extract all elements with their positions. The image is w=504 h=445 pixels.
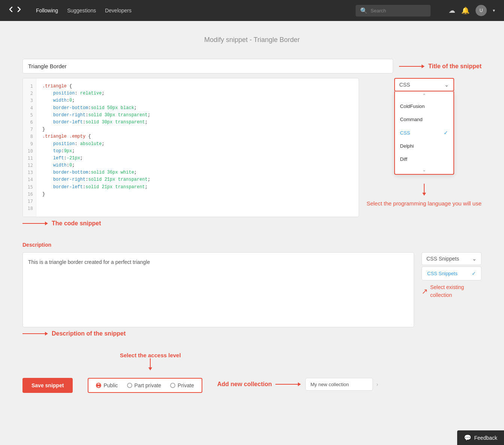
desc-right: CSS Snippets ⌄ CSS Snippets ✓ ↗ Select e… — [422, 252, 482, 299]
scroll-down-hint[interactable]: ⌄ — [395, 166, 453, 174]
code-annotation: The code snippet — [22, 220, 101, 227]
lang-down-arrow — [366, 184, 482, 196]
access-options-box: Public Part private Private — [88, 378, 202, 393]
radio-public-dot — [96, 383, 101, 388]
description-label: Description — [22, 242, 482, 248]
new-collection-section: Add new collection › — [217, 378, 373, 391]
access-down-arrow — [120, 358, 181, 370]
search-bar[interactable]: 🔍 — [356, 5, 431, 16]
desc-row: This is a triangle border created for a … — [22, 252, 482, 337]
collection-dropdown-list: CSS Snippets ✓ — [422, 267, 482, 280]
nav-following[interactable]: Following — [36, 7, 58, 13]
code-annotation-row: The code snippet — [22, 220, 359, 227]
lang-dropdown-list: ⌃ ColdFusion Command CSS ✓ Delphi — [394, 91, 454, 175]
lang-item-diff[interactable]: Diff — [395, 153, 453, 166]
search-icon: 🔍 — [360, 7, 368, 14]
search-input[interactable] — [371, 8, 426, 13]
nav-suggestions[interactable]: Suggestions — [67, 7, 96, 13]
save-button[interactable]: Save snippet — [22, 378, 73, 393]
access-annotation-container: Select the access level — [120, 352, 181, 370]
navbar: Following Suggestions Developers 🔍 ☁ 🔔 U… — [0, 0, 504, 21]
lang-item-css[interactable]: CSS ✓ — [395, 126, 453, 139]
desc-annotation: Description of the snippet — [22, 330, 414, 337]
code-lang-row: 1 2 3 4 5 6 7 8 9 10 11 12 13 — [22, 78, 482, 227]
collection-dropdown-btn[interactable]: CSS Snippets ⌄ — [422, 252, 482, 265]
collection-annotation: ↗ Select existing collection — [422, 283, 482, 299]
desc-textarea[interactable]: This is a triangle border created for a … — [22, 252, 414, 327]
new-collection-input-box[interactable]: › — [305, 378, 373, 391]
chevron-down-icon: ⌄ — [444, 82, 449, 88]
lang-item-delphi[interactable]: Delphi — [395, 139, 453, 153]
collection-check-icon: ✓ — [472, 271, 476, 276]
description-section: Description This is a triangle border cr… — [22, 242, 482, 337]
code-arrow — [22, 222, 48, 225]
desc-arrow — [22, 332, 48, 336]
collection-caret-icon: ⌄ — [472, 256, 477, 262]
nav-developers[interactable]: Developers — [105, 7, 132, 13]
main-content: Modify snippet - Triangle Border Title o… — [0, 21, 504, 408]
code-content[interactable]: .triangle { position: relative; width:0;… — [36, 78, 359, 217]
scroll-up-hint[interactable]: ⌃ — [395, 91, 453, 100]
add-collection-arrow — [275, 382, 301, 386]
logo[interactable] — [9, 3, 21, 18]
check-icon: ✓ — [444, 130, 448, 136]
feedback-button[interactable]: 💬 Feedback — [457, 430, 504, 445]
snippet-editor-section: Title of the snippet 1 2 3 4 5 6 — [22, 59, 482, 227]
lang-item-command[interactable]: Command — [395, 113, 453, 126]
lang-annotation-wrapper: Select the programming language you will… — [366, 184, 482, 207]
radio-part-private[interactable]: Part private — [127, 382, 162, 388]
lang-dropdown-button[interactable]: CSS ⌄ — [394, 78, 454, 91]
title-annotation: Title of the snippet — [399, 63, 482, 70]
feedback-icon: 💬 — [464, 434, 471, 441]
bottom-row: Save snippet Public Part private Private — [22, 378, 482, 393]
cloud-icon[interactable]: ☁ — [449, 6, 455, 15]
nav-icons: ☁ 🔔 U ▾ — [449, 5, 495, 16]
page-title: Modify snippet - Triangle Border — [22, 36, 482, 44]
user-caret[interactable]: ▾ — [493, 8, 495, 13]
collection-submit-icon[interactable]: › — [376, 381, 378, 387]
access-save-section: Select the access level Save snippet Pub… — [22, 352, 482, 393]
line-numbers: 1 2 3 4 5 6 7 8 9 10 11 12 13 — [23, 78, 36, 217]
desc-annot: Description of the snippet — [22, 330, 126, 337]
avatar[interactable]: U — [476, 5, 487, 16]
access-annotation-row: Select the access level — [22, 352, 482, 370]
title-row: Title of the snippet — [22, 59, 482, 73]
snippet-title-input[interactable] — [22, 59, 393, 73]
lang-dropdown-wrapper: CSS ⌄ ⌃ ColdFusion Command CSS ✓ — [394, 78, 454, 175]
radio-part-dot — [127, 383, 132, 388]
radio-private-dot — [170, 383, 175, 388]
radio-public[interactable]: Public — [96, 382, 118, 388]
bell-icon[interactable]: 🔔 — [461, 6, 470, 15]
lang-section: CSS ⌄ ⌃ ColdFusion Command CSS ✓ — [366, 78, 482, 207]
code-editor-wrapper: 1 2 3 4 5 6 7 8 9 10 11 12 13 — [22, 78, 359, 217]
nav-links: Following Suggestions Developers — [36, 7, 344, 13]
code-editor[interactable]: 1 2 3 4 5 6 7 8 9 10 11 12 13 — [23, 78, 359, 217]
add-collection-annotation: Add new collection — [217, 381, 301, 388]
collection-item-css[interactable]: CSS Snippets ✓ — [422, 267, 481, 280]
new-collection-input[interactable] — [310, 382, 373, 387]
code-editor-container: 1 2 3 4 5 6 7 8 9 10 11 12 13 — [22, 78, 359, 227]
lang-item-coldfusion[interactable]: ColdFusion — [395, 100, 453, 113]
desc-left: This is a triangle border created for a … — [22, 252, 414, 337]
access-annotation-text: Select the access level — [120, 352, 181, 358]
radio-private[interactable]: Private — [170, 382, 194, 388]
desc-text: This is a triangle border created for a … — [28, 258, 408, 266]
title-arrow — [399, 64, 425, 68]
lang-annotation: Select the programming language you will… — [366, 200, 482, 207]
